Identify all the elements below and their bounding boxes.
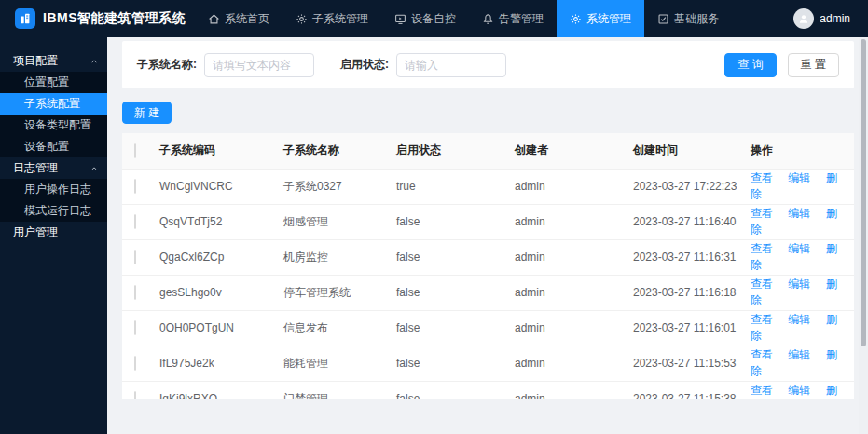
cell-subsystem-name: 子系统0327 (283, 169, 396, 204)
subsystem-table-card: 子系统编码 子系统名称 启用状态 创建者 创建时间 操作 WnCgiVNCRC … (122, 133, 854, 399)
row-checkbox[interactable] (134, 250, 136, 264)
view-link[interactable]: 查看 (751, 242, 773, 255)
cell-create-time: 2023-03-27 11:16:01 (633, 310, 751, 346)
header-spacer (732, 0, 793, 37)
cell-subsystem-code: 0OH0POTgUN (159, 310, 283, 346)
sidebar-group-log-mgmt[interactable]: 日志管理 (0, 157, 107, 179)
table-row: gesSLhgo0v 停车管理系统 false admin 2023-03-27… (122, 275, 854, 310)
column-header-time: 创建时间 (633, 133, 751, 169)
nav-item-subsystem-mgmt[interactable]: 子系统管理 (282, 0, 381, 37)
table-row: QsqVTdTj52 烟感管理 false admin 2023-03-27 1… (122, 204, 854, 239)
view-link[interactable]: 查看 (751, 278, 773, 291)
edit-link[interactable]: 编辑 (788, 171, 810, 184)
scrollbar-track[interactable] (859, 37, 868, 434)
sidebar-group-user-mgmt[interactable]: 用户管理 (0, 222, 107, 243)
nav-item-system-mgmt[interactable]: 系统管理 (557, 0, 644, 37)
sidebar: 项目配置 位置配置 子系统配置 设备类型配置 设备配置 日志管理 用户操作日志 … (0, 37, 107, 434)
edit-link[interactable]: 编辑 (788, 348, 810, 361)
cell-creator: admin (515, 204, 633, 239)
cell-subsystem-name: 停车管理系统 (283, 275, 396, 310)
select-all-checkbox[interactable] (134, 143, 136, 158)
main-content: 子系统名称: 启用状态: 查 询 重 置 新 建 子系统编码 (107, 37, 868, 434)
app-title: IBMS智能建筑管理系统 (43, 10, 186, 27)
cell-subsystem-code: QgaCxl6ZCp (159, 239, 283, 275)
enable-status-input[interactable] (396, 53, 506, 77)
sidebar-item-device-type-config[interactable]: 设备类型配置 (0, 115, 107, 136)
column-header-code: 子系统编码 (159, 133, 283, 169)
edit-link[interactable]: 编辑 (788, 278, 810, 291)
row-checkbox[interactable] (134, 391, 136, 399)
bell-icon (482, 13, 494, 25)
view-link[interactable]: 查看 (751, 313, 773, 326)
cell-creator: admin (515, 275, 633, 310)
sidebar-group-label: 日志管理 (13, 157, 58, 179)
table-row: QgaCxl6ZCp 机房监控 false admin 2023-03-27 1… (122, 239, 854, 275)
view-link[interactable]: 查看 (751, 348, 773, 361)
search-button[interactable]: 查 询 (724, 53, 776, 77)
edit-link[interactable]: 编辑 (788, 207, 810, 220)
logo: IBMS智能建筑管理系统 (0, 0, 186, 37)
user-name: admin (820, 12, 850, 25)
user-menu[interactable]: admin (793, 0, 868, 37)
table-toolbar: 新 建 (122, 102, 854, 124)
nav-item-device-control[interactable]: 设备自控 (381, 0, 469, 37)
edit-link[interactable]: 编辑 (788, 313, 810, 326)
new-button[interactable]: 新 建 (122, 102, 172, 124)
filter-panel: 子系统名称: 启用状态: 查 询 重 置 (122, 41, 854, 88)
column-header-actions: 操作 (751, 133, 854, 169)
nav-item-label: 设备自控 (411, 11, 456, 27)
scrollbar-thumb[interactable] (861, 39, 866, 346)
row-checkbox[interactable] (134, 179, 136, 194)
edit-link[interactable]: 编辑 (788, 242, 810, 255)
top-navigation: 系统首页 子系统管理 设备自控 告警管理 系统管理 基础服务 (195, 0, 732, 37)
edit-link[interactable]: 编辑 (788, 384, 810, 397)
column-header-creator: 创建者 (515, 133, 633, 169)
row-checkbox[interactable] (134, 356, 136, 371)
row-checkbox[interactable] (134, 214, 136, 229)
enable-status-label: 启用状态: (340, 57, 389, 73)
cell-creator: admin (515, 239, 633, 275)
cell-enable-status: false (396, 204, 515, 239)
sidebar-group-label: 项目配置 (13, 50, 58, 72)
sidebar-item-subsystem-config[interactable]: 子系统配置 (0, 93, 107, 115)
cell-enable-status: true (396, 169, 515, 204)
cell-create-time: 2023-03-27 11:16:40 (633, 204, 751, 239)
chevron-up-icon (90, 165, 98, 172)
view-link[interactable]: 查看 (751, 207, 773, 220)
sidebar-submenu-project-config: 位置配置 子系统配置 设备类型配置 设备配置 (0, 72, 107, 157)
nav-item-home[interactable]: 系统首页 (195, 0, 282, 37)
column-header-name: 子系统名称 (283, 133, 396, 169)
table-header-row: 子系统编码 子系统名称 启用状态 创建者 创建时间 操作 (122, 133, 854, 169)
subsystem-name-input[interactable] (204, 53, 314, 77)
sidebar-group-project-config[interactable]: 项目配置 (0, 50, 107, 72)
home-icon (208, 13, 220, 25)
cell-subsystem-name: 信息发布 (283, 310, 396, 346)
cell-subsystem-name: 门禁管理 (283, 381, 396, 399)
reset-button[interactable]: 重 置 (788, 53, 839, 77)
sidebar-item-user-operation-log[interactable]: 用户操作日志 (0, 179, 107, 200)
nav-item-basic-services[interactable]: 基础服务 (644, 0, 732, 37)
row-checkbox[interactable] (134, 285, 136, 300)
cell-subsystem-code: WnCgiVNCRC (159, 169, 283, 204)
cell-subsystem-code: IfL975Je2k (159, 346, 283, 381)
cell-subsystem-name: 机房监控 (283, 239, 396, 275)
cell-subsystem-code: gesSLhgo0v (159, 275, 283, 310)
view-link[interactable]: 查看 (751, 384, 773, 397)
cell-creator: admin (515, 346, 633, 381)
sidebar-item-device-config[interactable]: 设备配置 (0, 136, 107, 157)
cell-create-time: 2023-03-27 11:15:38 (633, 381, 751, 399)
nav-item-alarm-mgmt[interactable]: 告警管理 (469, 0, 557, 37)
table-row: IqKj9lxRXO 门禁管理 false admin 2023-03-27 1… (122, 381, 854, 399)
nav-item-label: 告警管理 (499, 11, 544, 27)
view-link[interactable]: 查看 (751, 171, 773, 184)
cell-creator: admin (515, 169, 633, 204)
cell-enable-status: false (396, 239, 515, 275)
sidebar-item-mode-run-log[interactable]: 模式运行日志 (0, 200, 107, 222)
row-checkbox[interactable] (134, 320, 136, 335)
cell-create-time: 2023-03-27 11:15:53 (633, 346, 751, 381)
table-row: WnCgiVNCRC 子系统0327 true admin 2023-03-27… (122, 169, 854, 204)
sidebar-item-location-config[interactable]: 位置配置 (0, 72, 107, 93)
cell-create-time: 2023-03-27 11:16:31 (633, 239, 751, 275)
cell-enable-status: false (396, 275, 515, 310)
nav-item-label: 系统管理 (586, 11, 631, 27)
